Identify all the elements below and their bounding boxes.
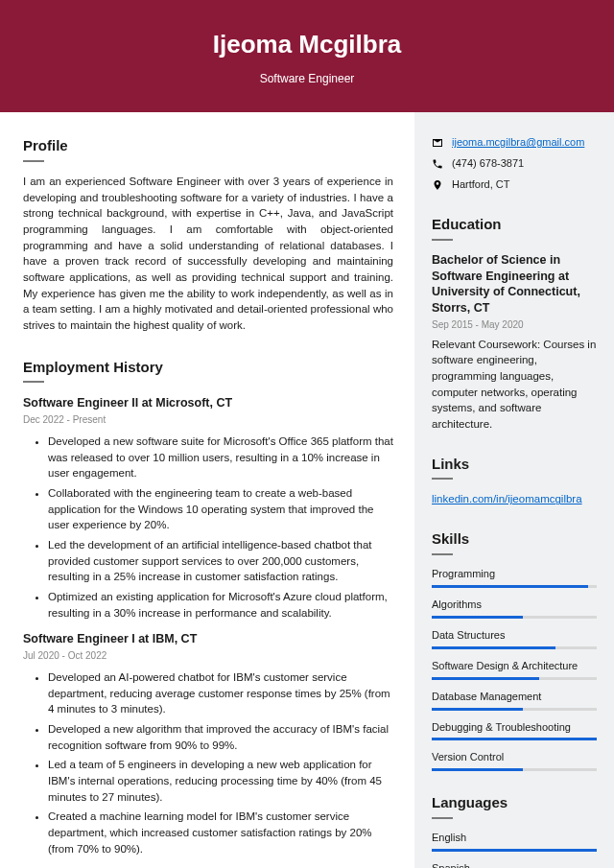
employment-heading: Employment History — [23, 357, 393, 378]
skill-label: Debugging & Troubleshooting — [432, 720, 597, 736]
skill-label: Version Control — [432, 750, 597, 765]
education-title: Bachelor of Science in Software Engineer… — [432, 252, 597, 317]
divider — [432, 817, 453, 819]
links-heading: Links — [432, 454, 597, 475]
contact-phone: (474) 678-3871 — [432, 156, 597, 172]
skill-bar — [432, 616, 597, 619]
divider — [432, 478, 453, 480]
language-item: Spanish — [432, 861, 597, 868]
skill-bar — [432, 646, 597, 649]
skill-bar — [432, 768, 597, 771]
skill-label: Algorithms — [432, 598, 597, 613]
skill-item: Version Control — [432, 750, 597, 771]
skill-item: Database Management — [432, 690, 597, 711]
job-title: Software Engineer II at Microsoft, CT — [23, 394, 393, 411]
contact-location: Hartford, CT — [432, 177, 597, 193]
profile-heading: Profile — [23, 135, 393, 156]
job-bullet: Led the development of an artificial int… — [48, 537, 393, 585]
email-icon — [432, 137, 443, 149]
divider — [432, 239, 453, 241]
main-column: Profile I am an experienced Software Eng… — [0, 112, 414, 868]
education-desc: Relevant Coursework: Courses in software… — [432, 337, 597, 433]
skill-bar — [432, 677, 597, 680]
skill-label: Software Design & Architecture — [432, 659, 597, 674]
skills-heading: Skills — [432, 528, 597, 550]
language-item: English — [432, 831, 597, 852]
job-bullets: Developed an AI-powered chatbot for IBM'… — [23, 669, 393, 856]
skill-label: Data Structures — [432, 628, 597, 644]
linkedin-link[interactable]: linkedin.com/in/ijeomamcgilbra — [432, 493, 582, 504]
skill-item: Algorithms — [432, 598, 597, 619]
job-bullet: Led a team of 5 engineers in developing … — [48, 757, 393, 805]
location-icon — [432, 179, 443, 191]
education-heading: Education — [432, 214, 597, 235]
skill-item: Data Structures — [432, 628, 597, 649]
job-bullet: Developed a new software suite for Micro… — [48, 434, 393, 481]
profile-body: I am an experienced Software Engineer wi… — [23, 174, 393, 334]
job-dates: Dec 2022 - Present — [23, 413, 393, 428]
job-bullet: Optimized an existing application for Mi… — [48, 589, 393, 621]
language-label: English — [432, 831, 597, 846]
resume-header: Ijeoma Mcgilbra Software Engineer — [0, 0, 614, 112]
employment-section: Employment History Software Engineer II … — [23, 357, 393, 857]
job-bullet: Developed a new algorithm that improved … — [48, 721, 393, 753]
job-bullet: Created a machine learning model for IBM… — [48, 809, 393, 856]
skill-item: Programming — [432, 567, 597, 588]
person-title: Software Engineer — [19, 71, 595, 87]
person-name: Ijeoma Mcgilbra — [19, 27, 595, 63]
job-bullet: Collaborated with the engineering team t… — [48, 485, 393, 533]
job-dates: Jul 2020 - Oct 2022 — [23, 649, 393, 664]
skill-item: Software Design & Architecture — [432, 659, 597, 680]
skill-bar — [432, 585, 597, 588]
languages-heading: Languages — [432, 792, 597, 813]
divider — [23, 381, 44, 383]
divider — [432, 553, 453, 555]
divider — [23, 160, 44, 162]
skill-bar — [432, 738, 597, 740]
skill-label: Database Management — [432, 690, 597, 705]
language-bar — [432, 849, 597, 852]
job-bullet: Developed an AI-powered chatbot for IBM'… — [48, 669, 393, 717]
language-label: Spanish — [432, 861, 597, 868]
contact-email: ijeoma.mcgilbra@gmail.com — [432, 135, 597, 151]
skills-section: Skills ProgrammingAlgorithmsData Structu… — [432, 528, 597, 771]
job-bullets: Developed a new software suite for Micro… — [23, 434, 393, 621]
links-section: Links linkedin.com/in/ijeomamcgilbra — [432, 454, 597, 507]
phone-icon — [432, 158, 443, 170]
education-section: Education Bachelor of Science in Softwar… — [432, 214, 597, 433]
sidebar: ijeoma.mcgilbra@gmail.com (474) 678-3871… — [414, 112, 614, 868]
education-dates: Sep 2015 - May 2020 — [432, 318, 597, 333]
skill-item: Debugging & Troubleshooting — [432, 720, 597, 741]
skill-bar — [432, 708, 597, 711]
phone-text: (474) 678-3871 — [452, 156, 524, 172]
contact-section: ijeoma.mcgilbra@gmail.com (474) 678-3871… — [432, 135, 597, 193]
profile-section: Profile I am an experienced Software Eng… — [23, 135, 393, 333]
skill-label: Programming — [432, 567, 597, 582]
location-text: Hartford, CT — [452, 177, 510, 193]
languages-section: Languages EnglishSpanish — [432, 792, 597, 868]
email-link[interactable]: ijeoma.mcgilbra@gmail.com — [452, 135, 584, 151]
job-title: Software Engineer I at IBM, CT — [23, 630, 393, 647]
